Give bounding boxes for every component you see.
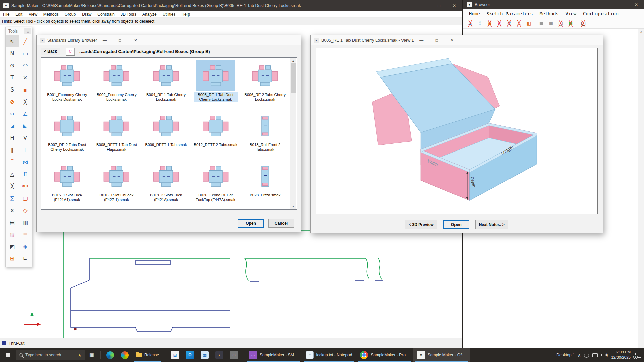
library-item[interactable]: B004_RE 1 Tab Cherry Locks.smak — [141, 59, 191, 109]
tool-icon[interactable]: ◈ — [19, 240, 32, 252]
library-item[interactable]: B026_Econo RECat TuckTop (F447A).smak — [191, 160, 240, 208]
tool-icon[interactable]: ╱ — [19, 35, 32, 47]
menu-item[interactable]: Help — [178, 11, 193, 17]
tools-palette-close-icon[interactable]: x — [24, 28, 31, 34]
tool-icon[interactable]: N — [6, 47, 19, 59]
back-button[interactable]: < Back — [41, 48, 60, 55]
browser-toolbar-icon[interactable]: ◼ — [537, 19, 546, 28]
browser-toolbar-icon[interactable]: α — [505, 19, 514, 28]
library-item[interactable]: B028_Pizza.smak — [240, 160, 290, 208]
pinned-app-button[interactable]: ⊙ — [227, 348, 241, 362]
tool-icon[interactable]: ∠ — [19, 108, 32, 120]
library-item[interactable]: B002_Economy Cherry Locks.smak — [92, 59, 142, 109]
tool-icon[interactable]: ▪ — [19, 83, 32, 96]
library-item[interactable]: B013_Roll Front 2 Tabs.smak — [240, 109, 290, 160]
browser-toolbar-icon[interactable]: ◼ — [547, 19, 555, 28]
pinned-app-button[interactable]: O — [182, 348, 197, 362]
window-button[interactable]: ∞ SampleMaker - SM... — [245, 348, 302, 362]
tool-icon[interactable]: ▭ — [19, 47, 32, 59]
tool-icon[interactable]: ⊙ — [6, 59, 19, 71]
scroll-down-icon[interactable]: ▼ — [290, 204, 296, 209]
tool-icon[interactable]: ◠ — [19, 59, 32, 71]
tool-icon[interactable]: ▤ — [6, 216, 19, 228]
library-item[interactable]: B006_RE 2 Tabs Cherry Locks.smak — [240, 59, 290, 109]
menu-item[interactable]: 3D Tools — [118, 11, 139, 17]
tool-icon[interactable]: S — [6, 83, 19, 96]
close-button[interactable]: ✕ — [128, 35, 143, 45]
browser-menu-item[interactable]: Methods — [538, 11, 560, 16]
tool-icon[interactable]: ⊞ — [6, 252, 19, 264]
tool-icon[interactable]: × — [19, 71, 32, 83]
library-scrollbar[interactable]: ▲ ▼ — [290, 58, 296, 209]
pinned-app-button[interactable]: ▦ — [197, 348, 212, 362]
tool-icon[interactable]: ≣ — [19, 228, 32, 240]
tool-icon[interactable]: △ — [6, 168, 19, 180]
tool-icon[interactable]: ◩ — [6, 240, 19, 252]
menu-item[interactable]: Methods — [40, 11, 62, 17]
browser-toolbar-icon[interactable]: ◧ — [524, 19, 533, 28]
library-item[interactable]: B016_1Slot ChLock (F427-1).smak — [92, 160, 142, 208]
tool-icon[interactable]: ◇ — [19, 204, 32, 216]
tool-icon[interactable]: H — [6, 132, 19, 144]
tool-icon[interactable]: ▥ — [19, 216, 32, 228]
tool-icon[interactable]: ◢ — [6, 120, 19, 132]
maximize-button[interactable]: □ — [112, 35, 128, 45]
browser-menu-item[interactable]: Configuration — [581, 11, 620, 16]
tool-icon[interactable]: ▨ — [6, 228, 19, 240]
tool-icon[interactable]: ╳ — [19, 96, 32, 108]
tool-icon[interactable]: ╳ — [6, 180, 19, 192]
tray-app-icon[interactable] — [584, 353, 589, 358]
close-button[interactable]: ✕ — [444, 35, 460, 45]
browser-toolbar-icon[interactable]: ▱ — [466, 19, 475, 28]
tool-icon[interactable]: ⊘ — [6, 96, 19, 108]
tool-icon[interactable]: ◣ — [19, 120, 32, 132]
scrollbar-thumb[interactable] — [291, 63, 296, 93]
browser-toolbar-icon[interactable]: ▪ — [485, 19, 494, 28]
tool-icon[interactable]: REF — [19, 180, 32, 192]
tool-icon[interactable]: ↔ — [6, 108, 19, 120]
scroll-up-icon[interactable]: ▲ — [290, 58, 296, 63]
next-notes-button[interactable]: Next Notes: > — [475, 220, 508, 229]
library-item[interactable]: B019_2 Slots Tuck (F421A).smak — [141, 160, 191, 208]
tool-icon[interactable]: T — [6, 71, 19, 83]
menu-item[interactable]: Edit — [12, 11, 25, 17]
pinned-app-button[interactable]: ▲ — [212, 348, 227, 362]
tool-icon[interactable]: ⊥ — [19, 144, 32, 156]
start-button[interactable] — [0, 348, 16, 362]
close-button[interactable]: ✕ — [629, 0, 644, 9]
window-button[interactable]: SampleMaker - Pro... — [356, 348, 413, 362]
window-button[interactable]: ▼ Sample Maker - C:\... — [413, 348, 470, 362]
browser-toolbar-icon[interactable]: c — [495, 19, 504, 28]
browser-toolbar-icon[interactable]: ▢ — [579, 19, 588, 28]
library-item[interactable]: B008_RETT 1 Tab Dust Flaps.smak — [92, 109, 142, 160]
tool-icon[interactable]: ∟ — [19, 252, 32, 264]
tool-icon[interactable]: ∑ — [6, 192, 19, 204]
task-view-button[interactable]: ▣ — [85, 348, 98, 362]
3d-preview-button[interactable]: < 3D Preview — [405, 220, 437, 229]
library-item[interactable]: B009_RETT 1 Tab.smak — [141, 109, 191, 160]
library-item[interactable]: B015_1 Slot Tuck (F421A1).smak — [42, 160, 92, 208]
desktop-toolbar[interactable]: Desktop » — [556, 353, 574, 357]
menu-item[interactable]: Utilities — [160, 11, 179, 17]
browser-toolbar-icon[interactable]: ↥ — [476, 19, 484, 28]
browser-toolbar-icon[interactable]: ▢ — [556, 19, 565, 28]
menu-item[interactable]: Constrain — [94, 11, 117, 17]
open-button[interactable]: Open — [238, 219, 264, 228]
library-item[interactable]: B007_RE 2 Tabs Dust Cherry Locks.smak — [42, 109, 92, 160]
network-icon[interactable] — [592, 353, 598, 357]
browser-menu-item[interactable]: View — [564, 11, 578, 16]
tool-icon[interactable]: ↖ — [6, 35, 19, 47]
menu-item[interactable]: File — [0, 11, 12, 17]
minimize-button[interactable]: — — [414, 35, 429, 45]
pinned-app-button[interactable] — [117, 348, 132, 362]
speaker-icon[interactable]: ) — [601, 353, 608, 357]
browser-toolbar-icon[interactable]: ± — [515, 19, 523, 28]
library-item[interactable]: B005_RE 1 Tab Dust Cherry Locks.smak — [191, 59, 240, 109]
library-item[interactable]: B001_Economy Cherry Locks Dust.smak — [42, 59, 92, 109]
menu-item[interactable]: Analyze — [139, 11, 160, 17]
c-button[interactable]: C — [66, 48, 75, 55]
browser-menu-item[interactable]: Sketch Parameters — [485, 11, 535, 16]
close-button[interactable]: ✕ — [447, 0, 462, 11]
release-window-button[interactable]: Release — [132, 348, 163, 362]
maximize-button[interactable]: □ — [431, 0, 447, 11]
